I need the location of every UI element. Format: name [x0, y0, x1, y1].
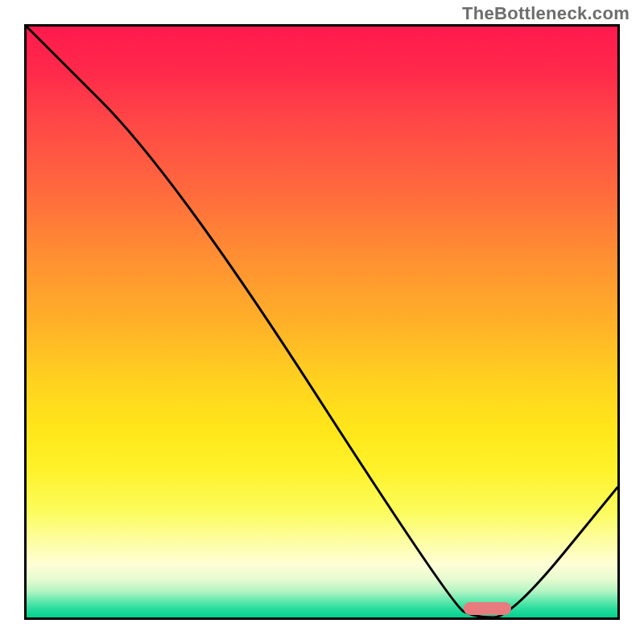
highlight-marker: [464, 602, 511, 615]
chart-frame: [24, 24, 620, 620]
watermark-text: TheBottleneck.com: [462, 3, 630, 24]
chart-line-svg: [27, 27, 617, 617]
chart-line-path: [27, 27, 617, 617]
